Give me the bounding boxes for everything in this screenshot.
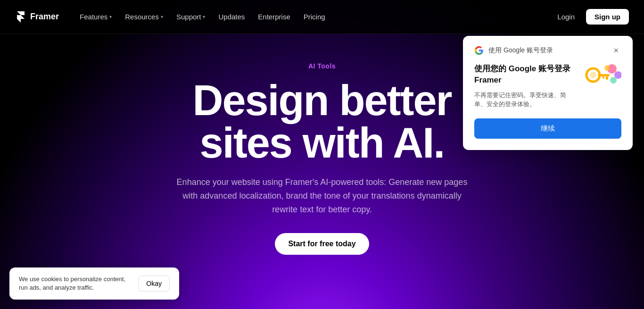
chevron-down-icon: ▾ bbox=[203, 14, 205, 19]
cta-button[interactable]: Start for free today bbox=[275, 233, 369, 255]
hero-title-line2: sites with AI. bbox=[200, 119, 445, 167]
svg-point-8 bbox=[604, 65, 610, 71]
cookie-okay-button[interactable]: Okay bbox=[138, 276, 170, 292]
nav-resources[interactable]: Resources ▾ bbox=[119, 10, 169, 24]
google-logo-icon bbox=[474, 46, 484, 55]
hero-title: Design better sites with AI. bbox=[192, 79, 451, 164]
hero-title-line1: Design better bbox=[192, 77, 451, 124]
nav-support[interactable]: Support ▾ bbox=[171, 10, 211, 24]
modal-description: 不再需要记住密码。享受快速、简单、安全的登录体验。 bbox=[474, 91, 578, 109]
nav-enterprise[interactable]: Enterprise bbox=[252, 10, 296, 24]
nav-features[interactable]: Features ▾ bbox=[74, 10, 117, 24]
cookie-banner: We use cookies to personalize content, r… bbox=[9, 267, 179, 300]
brand-name: Framer bbox=[30, 12, 59, 22]
continue-button[interactable]: 继续 bbox=[474, 118, 621, 139]
navbar: Framer Features ▾ Resources ▾ Support ▾ … bbox=[0, 0, 644, 34]
circles-decoration bbox=[595, 63, 621, 89]
modal-title-row: 使用 Google 账号登录 bbox=[474, 46, 553, 55]
chevron-down-icon: ▾ bbox=[161, 14, 163, 19]
framer-logo-icon bbox=[15, 11, 26, 23]
chevron-down-icon: ▾ bbox=[109, 14, 112, 19]
modal-body-text: 使用您的 Google 账号登录Framer 不再需要记住密码。享受快速、简单、… bbox=[474, 63, 578, 109]
nav-pricing[interactable]: Pricing bbox=[298, 10, 331, 24]
nav-right: Login Sign up bbox=[550, 9, 629, 25]
modal-header-title: 使用 Google 账号登录 bbox=[488, 46, 553, 55]
modal-illustration bbox=[584, 63, 621, 96]
signup-button[interactable]: Sign up bbox=[586, 9, 629, 25]
svg-point-7 bbox=[610, 77, 617, 84]
nav-links: Features ▾ Resources ▾ Support ▾ Updates… bbox=[74, 10, 331, 24]
nav-left: Framer Features ▾ Resources ▾ Support ▾ … bbox=[15, 10, 331, 24]
logo[interactable]: Framer bbox=[15, 11, 59, 23]
modal-close-button[interactable]: × bbox=[611, 45, 621, 56]
google-signin-modal: 使用 Google 账号登录 × 使用您的 Google 账号登录Framer … bbox=[463, 36, 633, 150]
login-button[interactable]: Login bbox=[550, 9, 582, 25]
modal-headline: 使用您的 Google 账号登录Framer bbox=[474, 63, 578, 86]
hero-subtitle: Enhance your website using Framer's AI-p… bbox=[171, 175, 473, 216]
modal-body: 使用您的 Google 账号登录Framer 不再需要记住密码。享受快速、简单、… bbox=[474, 63, 621, 109]
modal-header: 使用 Google 账号登录 × bbox=[474, 45, 621, 56]
cookie-text: We use cookies to personalize content, r… bbox=[19, 275, 131, 292]
nav-updates[interactable]: Updates bbox=[213, 10, 250, 24]
ai-tools-label: AI Tools bbox=[308, 62, 336, 70]
